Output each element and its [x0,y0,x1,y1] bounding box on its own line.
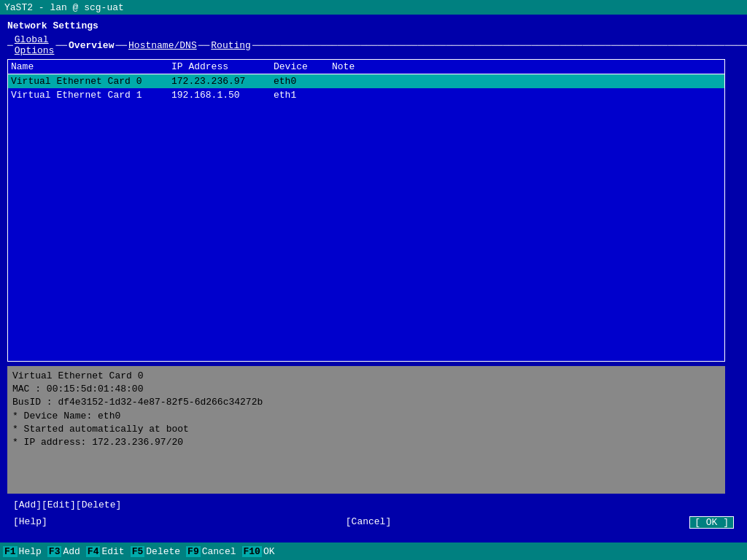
cancel-button[interactable]: [Cancel] [346,516,391,529]
fkey-f3[interactable]: F3 Add [47,546,80,557]
busid-value: df4e3152-1d32-4e87-82f5-6d266c34272b [58,397,263,408]
fkey-f10[interactable]: F10 OK [242,546,275,557]
detail-prop2: * IP address: 172.23.236.97/20 [12,436,720,449]
detail-card-name: Virtual Ethernet Card 0 [12,370,720,383]
tab-bar: ─ Global Options ── Overview ── Hostname… [7,34,740,56]
row1-device: eth1 [274,90,332,101]
row0-name: Virtual Ethernet Card 0 [11,76,171,87]
title-text: YaST2 - lan @ scg-uat [4,2,124,13]
row1-name: Virtual Ethernet Card 1 [11,90,171,101]
row0-device: eth0 [274,76,332,87]
tab-overview[interactable]: Overview [67,40,115,51]
col-header-name: Name [11,61,171,72]
row0-ip: 172.23.236.97 [171,76,274,87]
row0-note [332,76,405,87]
tab-global-options[interactable]: Global Options [13,34,56,56]
main-content: Network Settings ─ Global Options ── Ove… [0,15,747,536]
edit-action[interactable]: [Edit] [42,499,76,510]
network-list-panel: Name IP Address Device Note Virtual Ethe… [7,59,725,362]
fkey-f9[interactable]: F9 Cancel [186,546,236,557]
mac-value: 00:15:5d:01:48:00 [47,384,144,394]
detail-prop1: * Started automatically at boot [12,423,720,436]
mac-label: MAC : [12,384,41,394]
action-bar: [Add][Edit][Delete] [7,498,740,512]
tab-routing[interactable]: Routing [209,40,252,51]
list-header: Name IP Address Device Note [8,60,724,74]
button-row: [Help] [Cancel] [ OK ] [7,515,740,530]
busid-label: BusID : [12,397,53,408]
col-header-note: Note [332,61,405,72]
detail-busid: BusID : df4e3152-1d32-4e87-82f5-6d266c34… [12,396,720,409]
fkey-f4[interactable]: F4 Edit [86,546,125,557]
detail-panel: Virtual Ethernet Card 0 MAC : 00:15:5d:0… [7,366,725,494]
detail-mac: MAC : 00:15:5d:01:48:00 [12,383,720,396]
list-row[interactable]: Virtual Ethernet Card 0 172.23.236.97 et… [8,74,724,88]
col-header-ip: IP Address [171,61,274,72]
tab-hostname-dns[interactable]: Hostname/DNS [127,40,198,51]
fkey-f5[interactable]: F5 Delete [131,546,180,557]
delete-action[interactable]: [Delete] [76,499,121,510]
row1-ip: 192.168.1.50 [171,90,274,101]
add-action[interactable]: [Add] [13,499,42,510]
col-header-device: Device [274,61,332,72]
ok-button[interactable]: [ OK ] [689,516,734,529]
fkey-bar: F1 Help F3 Add F4 Edit F5 Delete F9 Canc… [0,542,747,560]
fkey-f1[interactable]: F1 Help [3,546,42,557]
page-title: Network Settings [7,20,740,31]
row1-note [332,90,405,101]
title-bar: YaST2 - lan @ scg-uat [0,0,747,15]
list-row[interactable]: Virtual Ethernet Card 1 192.168.1.50 eth… [8,88,724,102]
help-button[interactable]: [Help] [13,516,47,529]
detail-prop0: * Device Name: eth0 [12,410,720,423]
